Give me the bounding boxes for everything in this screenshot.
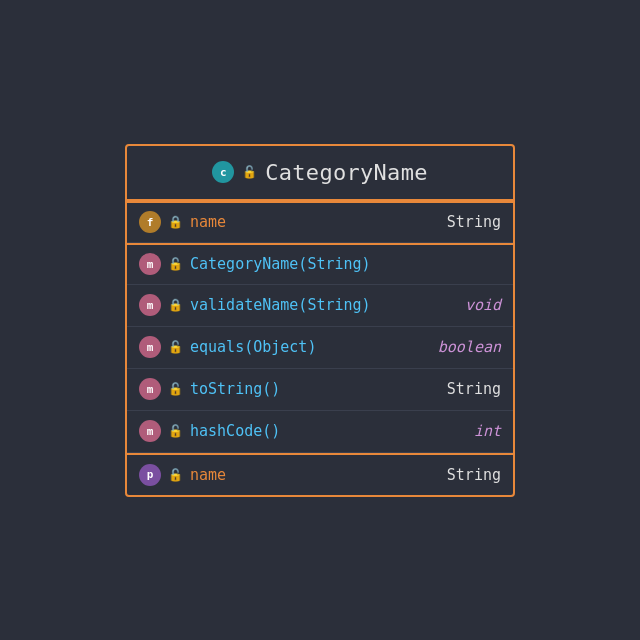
method-access-icon: 🔓 [168,257,183,271]
method-name: hashCode() [190,422,467,440]
header-access-icon: 🔓 [242,165,257,179]
property-badge: p [139,464,161,486]
method-name: validateName(String) [190,296,458,314]
field-badge: f [139,211,161,233]
table-row: m 🔒 validateName(String) void [127,285,513,327]
table-row: m 🔓 hashCode() int [127,411,513,453]
method-badge: m [139,253,161,275]
table-row: m 🔓 equals(Object) boolean [127,327,513,369]
table-row: p 🔓 name String [127,453,513,495]
method-name: equals(Object) [190,338,431,356]
method-return-type: void [465,296,501,314]
method-name: toString() [190,380,440,398]
method-access-icon: 🔓 [168,340,183,354]
class-badge: c [212,161,234,183]
class-header: c 🔓 CategoryName [127,146,513,201]
method-return-type: String [447,380,501,398]
class-title: CategoryName [265,160,428,185]
method-return-type: boolean [438,338,501,356]
method-access-icon: 🔒 [168,298,183,312]
method-access-icon: 🔓 [168,382,183,396]
method-access-icon: 🔓 [168,424,183,438]
field-name: name [190,213,440,231]
method-badge: m [139,378,161,400]
field-access-icon: 🔒 [168,215,183,229]
field-type: String [447,213,501,231]
method-badge: m [139,336,161,358]
property-name: name [190,466,440,484]
method-return-type: int [474,422,501,440]
table-row: m 🔓 CategoryName(String) [127,243,513,285]
method-name: CategoryName(String) [190,255,494,273]
property-access-icon: 🔓 [168,468,183,482]
method-badge: m [139,420,161,442]
property-type: String [447,466,501,484]
uml-class-card: c 🔓 CategoryName f 🔒 name String m 🔓 Cat… [125,144,515,497]
table-row: m 🔓 toString() String [127,369,513,411]
method-badge: m [139,294,161,316]
table-row: f 🔒 name String [127,201,513,243]
